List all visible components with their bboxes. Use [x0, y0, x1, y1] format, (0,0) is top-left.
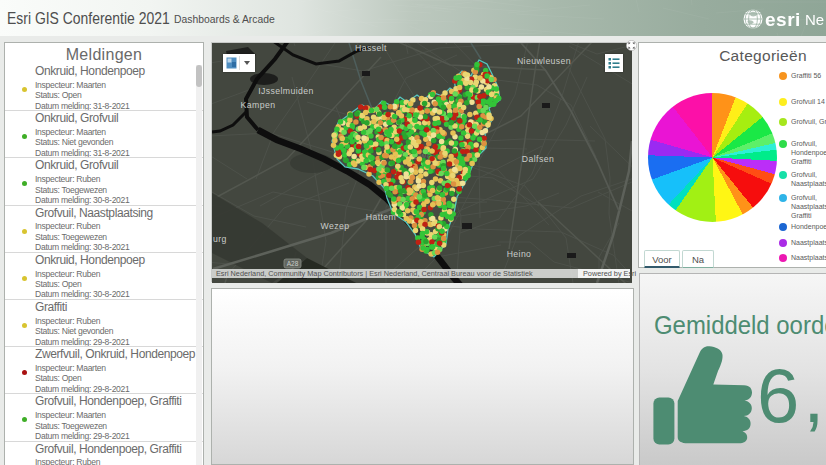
- svg-text:urg: urg: [213, 234, 227, 244]
- svg-text:Ne: Ne: [805, 11, 824, 28]
- svg-text:esri: esri: [765, 9, 801, 30]
- svg-text:IJsselmuiden: IJsselmuiden: [258, 86, 314, 96]
- svg-text:Nieuwleusen: Nieuwleusen: [517, 56, 571, 66]
- svg-text:Heino: Heino: [507, 249, 532, 259]
- svg-text:A28: A28: [287, 260, 299, 267]
- svg-text:Wezep: Wezep: [321, 221, 350, 231]
- svg-text:Kampen: Kampen: [241, 100, 276, 110]
- svg-text:Dalfsen: Dalfsen: [522, 154, 554, 164]
- svg-text:Hasselt: Hasselt: [355, 43, 387, 53]
